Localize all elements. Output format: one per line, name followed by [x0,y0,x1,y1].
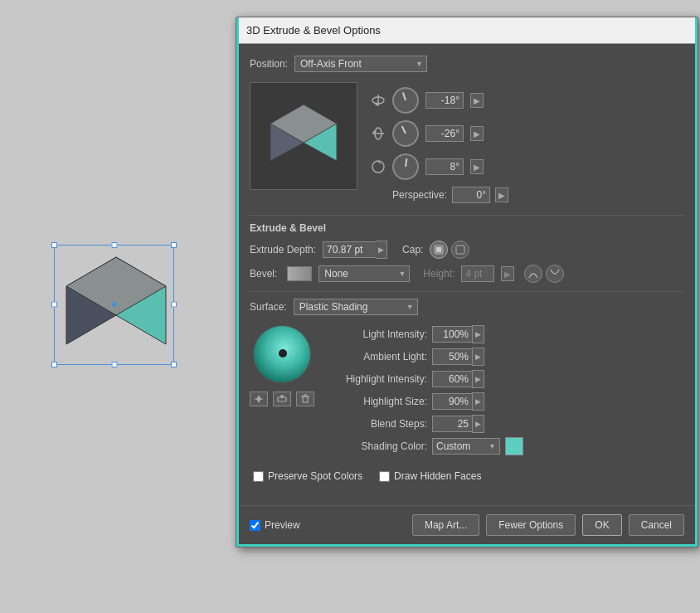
ambient-light-input-group: ▶ [432,348,484,366]
move-light-back-button[interactable] [273,392,291,406]
shading-color-row: Shading Color: Custom Black [328,437,684,455]
x-angle-input[interactable] [425,92,464,109]
preserve-spot-colors-check[interactable]: Preserve Spot Colors [253,470,362,482]
fewer-options-button[interactable]: Fewer Options [486,514,576,536]
preserve-spot-colors-checkbox[interactable] [253,471,264,482]
highlight-size-input-group: ▶ [432,392,484,411]
draw-hidden-faces-checkbox[interactable] [379,471,390,482]
draw-hidden-faces-check[interactable]: Draw Hidden Faces [379,470,481,482]
bevel-shape-1[interactable] [524,265,542,283]
highlight-intensity-label: Highlight Intensity: [328,373,427,385]
depth-input[interactable] [323,241,376,258]
light-properties: Light Intensity: ▶ Ambient Light: ▶ [328,325,684,462]
bevel-row: Bevel: None Height: ▶ [250,265,684,283]
ambient-light-label: Ambient Light: [328,351,427,362]
dialog-3d-extrude: 3D Extrude & Bevel Options Position: Off… [236,17,698,547]
x-angle-arrow[interactable]: ▶ [470,93,484,108]
light-intensity-input[interactable] [432,326,472,343]
z-angle-input[interactable] [425,158,464,175]
light-sphere-container [250,325,314,406]
y-angle-input[interactable] [425,125,464,142]
light-intensity-label: Light Intensity: [328,328,427,340]
ambient-light-arrow[interactable]: ▶ [472,348,484,366]
shading-color-swatch[interactable] [505,437,523,455]
ambient-light-input[interactable] [432,348,472,365]
highlight-intensity-input[interactable] [432,371,472,387]
light-dot[interactable] [279,349,287,358]
cancel-button[interactable]: Cancel [629,514,684,536]
preview-checkbox[interactable] [250,520,260,531]
x-rotation-icon [371,93,386,108]
y-dial[interactable] [388,116,424,152]
blend-steps-input[interactable] [432,416,472,432]
y-angle-arrow[interactable]: ▶ [470,126,484,141]
dialog-footer: Preview Map Art... Fewer Options OK Canc… [236,505,698,544]
light-intensity-input-group: ▶ [432,325,484,343]
x-rotation-row: ▶ [371,87,508,114]
blend-steps-label: Blend Steps: [328,418,427,430]
divider-1 [250,215,684,216]
z-rotation-icon [371,159,386,174]
bevel-shape-group [524,265,564,283]
surface-section: Surface: Plastic Shading [250,299,684,462]
highlight-intensity-row: Highlight Intensity: ▶ [328,370,684,388]
light-intensity-row: Light Intensity: ▶ [328,325,684,343]
highlight-intensity-input-group: ▶ [432,370,484,388]
add-light-button[interactable] [250,392,268,406]
cube-svg [50,241,182,369]
cap-on-button[interactable] [430,241,448,259]
surface-select[interactable]: Plastic Shading [294,299,418,315]
orientation-area: ▶ ▶ [250,82,684,203]
position-label: Position: [250,58,288,70]
bevel-select[interactable]: None [318,265,410,282]
bevel-in-icon [527,268,539,280]
height-input[interactable] [461,265,494,282]
dialog-body: Position: Off-Axis Front [236,44,698,505]
bevel-label: Bevel: [250,268,277,280]
rotate-z-icon [371,159,386,174]
svg-point-19 [280,395,284,398]
move-back-icon [277,394,287,404]
blend-steps-row: Blend Steps: ▶ [328,415,684,433]
divider-2 [250,291,684,292]
highlight-size-input[interactable] [432,393,472,410]
map-art-button[interactable]: Map Art... [412,514,479,536]
x-dial[interactable] [389,84,422,117]
bevel-shape-2[interactable] [546,265,564,283]
cap-off-button[interactable] [451,241,469,259]
depth-input-arrow[interactable]: ▶ [376,241,387,259]
position-row: Position: Off-Axis Front [250,56,684,72]
delete-light-icon [300,394,310,404]
preview-check[interactable]: Preview [250,519,406,531]
highlight-size-arrow[interactable]: ▶ [472,392,484,411]
height-arrow[interactable]: ▶ [501,266,514,281]
draw-hidden-faces-label: Draw Hidden Faces [394,470,481,482]
light-intensity-arrow[interactable]: ▶ [472,325,484,343]
sphere-controls [250,392,314,406]
light-sphere[interactable] [253,325,311,383]
perspective-input[interactable] [452,187,490,203]
bevel-out-icon [549,268,561,280]
cube-preview-object [50,241,182,373]
shading-color-select[interactable]: Custom Black [432,438,500,455]
perspective-arrow[interactable]: ▶ [495,187,508,202]
shading-color-select-wrapper: Custom Black [432,438,500,455]
highlight-intensity-arrow[interactable]: ▶ [472,370,484,388]
surface-select-wrapper: Plastic Shading [294,299,418,315]
lighting-area: Light Intensity: ▶ Ambient Light: ▶ [250,325,684,462]
extrude-bevel-header: Extrude & Bevel [250,222,684,234]
blend-steps-arrow[interactable]: ▶ [472,415,484,433]
height-label: Height: [423,268,455,280]
bevel-select-wrapper: None [318,265,410,282]
add-light-icon [254,394,264,404]
checkbox-row: Preserve Spot Colors Draw Hidden Faces [250,470,684,482]
bevel-preview [287,266,312,281]
z-angle-arrow[interactable]: ▶ [470,159,484,174]
z-dial[interactable] [391,152,420,182]
delete-light-button[interactable] [296,392,314,406]
ok-button[interactable]: OK [582,514,621,536]
svg-rect-15 [436,247,441,252]
rotate-x-icon [371,93,386,108]
position-select[interactable]: Off-Axis Front [294,56,427,72]
cap-group [430,241,469,259]
